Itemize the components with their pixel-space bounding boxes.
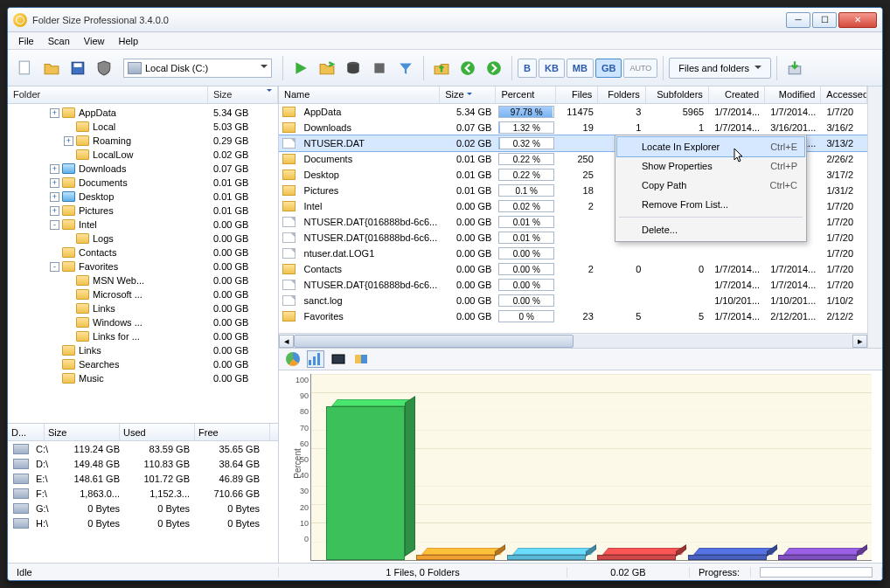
drives-col-size[interactable]: Size — [45, 424, 120, 440]
tree-item[interactable]: MSN Web...0.00 GB — [8, 273, 278, 287]
chart-bar[interactable] — [507, 555, 586, 560]
detail-row[interactable]: AppData5.34 GB97.78 %11475359651/7/2014.… — [279, 104, 867, 120]
menu-file[interactable]: File — [11, 34, 41, 48]
tree-expander[interactable]: - — [50, 220, 59, 230]
export-button[interactable] — [782, 56, 807, 80]
tree-item[interactable]: -Intel0.00 GB — [8, 218, 278, 232]
scrollbar-thumb[interactable] — [294, 335, 574, 348]
detail-row[interactable]: Contacts0.00 GB0.00 %2001/7/2014...1/7/2… — [279, 261, 867, 277]
tree-item[interactable]: +Desktop0.01 GB — [8, 190, 278, 204]
minimize-button[interactable]: ─ — [786, 12, 810, 28]
tree-expander[interactable]: + — [50, 164, 59, 174]
scroll-left-button[interactable]: ◂ — [279, 335, 294, 348]
tree-item[interactable]: Microsoft ...0.00 GB — [8, 287, 278, 301]
drives-list[interactable]: C:\119.24 GB83.59 GB35.65 GBD:\149.48 GB… — [8, 441, 278, 563]
drive-row[interactable]: C:\119.24 GB83.59 GB35.65 GB — [8, 441, 278, 456]
drives-col-used[interactable]: Used — [120, 424, 195, 440]
detail-row[interactable]: ntuser.dat.LOG10.00 GB0.00 %1/7/20 — [279, 246, 867, 261]
detail-row[interactable]: sanct.log0.00 GB0.00 %1/10/201...1/10/20… — [279, 293, 867, 308]
new-scan-button[interactable] — [13, 56, 38, 80]
filter-button[interactable] — [393, 56, 418, 80]
tree-item[interactable]: Searches0.00 GB — [8, 357, 278, 371]
chart-options-button[interactable] — [352, 350, 370, 368]
size-unit-auto[interactable]: AUTO — [623, 59, 657, 78]
maximize-button[interactable]: ☐ — [812, 12, 837, 28]
shield-button[interactable] — [92, 56, 116, 80]
chart-bar[interactable] — [597, 555, 676, 560]
save-button[interactable] — [66, 56, 90, 80]
chart-pie-button[interactable] — [284, 350, 302, 368]
chart-bar[interactable] — [688, 555, 767, 560]
chart-bar[interactable] — [778, 555, 857, 560]
tree-item[interactable]: Windows ...0.00 GB — [8, 315, 278, 329]
detail-col-created[interactable]: Created — [709, 86, 765, 103]
tree-item[interactable]: -Favorites0.00 GB — [8, 259, 278, 273]
tree-expander[interactable]: + — [64, 136, 73, 146]
size-unit-mb[interactable]: MB — [567, 59, 594, 78]
stop-button[interactable] — [367, 56, 392, 80]
detail-col-folders[interactable]: Folders — [598, 86, 646, 103]
size-unit-kb[interactable]: KB — [539, 59, 565, 78]
drive-row[interactable]: H:\0 Bytes0 Bytes0 Bytes — [8, 515, 278, 530]
open-button[interactable] — [39, 56, 64, 80]
tree-expander[interactable]: + — [50, 206, 59, 216]
tree-item[interactable]: +AppData5.34 GB — [8, 106, 278, 120]
menu-item[interactable]: Show PropertiesCtrl+P — [617, 156, 804, 176]
detail-row[interactable]: Favorites0.00 GB0 %23551/7/2014...2/12/2… — [279, 308, 867, 324]
chart-bar-button[interactable] — [307, 350, 324, 368]
tree-item[interactable]: Music0.00 GB — [8, 371, 278, 385]
tree-item[interactable]: Contacts0.00 GB — [8, 246, 278, 259]
tree-expander[interactable]: - — [50, 262, 59, 272]
detail-col-files[interactable]: Files — [556, 86, 599, 103]
tree-item[interactable]: Local5.03 GB — [8, 120, 278, 134]
play-button[interactable] — [289, 56, 313, 80]
forward-button[interactable] — [482, 56, 506, 80]
detail-col-subfolders[interactable]: Subfolders — [646, 86, 709, 103]
chart-bar[interactable] — [326, 406, 405, 560]
folder-tree[interactable]: +AppData5.34 GBLocal5.03 GB+Roaming0.29 … — [8, 104, 278, 423]
tree-item[interactable]: +Downloads0.07 GB — [8, 162, 278, 176]
chart-view-button[interactable] — [330, 350, 347, 368]
detail-col-percent[interactable]: Percent — [496, 86, 555, 103]
close-button[interactable]: ✕ — [838, 12, 877, 28]
detail-col-name[interactable]: Name — [279, 86, 440, 103]
menu-item[interactable]: Copy PathCtrl+C — [617, 176, 804, 195]
tree-item[interactable]: Links0.00 GB — [8, 343, 278, 357]
tree-item[interactable]: +Documents0.01 GB — [8, 176, 278, 190]
detail-col-accessed[interactable]: Accessed — [821, 86, 867, 103]
tree-item[interactable]: +Pictures0.01 GB — [8, 204, 278, 218]
drive-row[interactable]: G:\0 Bytes0 Bytes0 Bytes — [8, 501, 278, 515]
tree-col-folder[interactable]: Folder — [8, 86, 208, 103]
scan-folder-button[interactable] — [315, 56, 339, 80]
drives-col-free[interactable]: Free — [195, 424, 270, 440]
filter-dropdown[interactable]: Files and folders — [669, 58, 771, 79]
tree-item[interactable]: Links for ...0.00 GB — [8, 329, 278, 343]
tree-expander[interactable]: + — [50, 178, 59, 188]
chart-bar[interactable] — [416, 555, 495, 560]
tree-item[interactable]: LocalLow0.02 GB — [8, 148, 278, 162]
tree-item[interactable]: Logs0.00 GB — [8, 232, 278, 246]
tree-expander[interactable]: + — [50, 108, 59, 118]
scroll-right-button[interactable]: ▸ — [852, 335, 867, 348]
menu-scan[interactable]: Scan — [41, 34, 77, 48]
detail-row[interactable]: Downloads0.07 GB1.32 %19111/7/2014...3/1… — [279, 120, 867, 135]
drive-row[interactable]: D:\149.48 GB110.83 GB38.64 GB — [8, 456, 278, 471]
size-unit-gb[interactable]: GB — [595, 59, 622, 78]
horizontal-scrollbar[interactable]: ◂ ▸ — [279, 333, 867, 348]
tree-item[interactable]: Links0.00 GB — [8, 301, 278, 315]
menu-view[interactable]: View — [77, 34, 112, 48]
vertical-scrollbar[interactable] — [867, 86, 882, 348]
scan-drive-button[interactable] — [341, 56, 365, 80]
size-unit-b[interactable]: B — [518, 59, 537, 78]
tree-item[interactable]: +Roaming0.29 GB — [8, 134, 278, 148]
drive-row[interactable]: F:\1,863.0...1,152.3...710.66 GB — [8, 486, 278, 501]
menu-item[interactable]: Remove From List... — [617, 195, 804, 214]
drive-select[interactable]: Local Disk (C:) — [123, 59, 272, 78]
back-button[interactable] — [455, 56, 480, 80]
menu-item[interactable]: Locate In ExplorerCtrl+E — [617, 137, 804, 156]
drive-row[interactable]: E:\148.61 GB101.72 GB46.89 GB — [8, 471, 278, 486]
menu-help[interactable]: Help — [111, 34, 145, 48]
detail-col-size[interactable]: Size — [440, 86, 496, 103]
drives-col-drive[interactable]: D... — [8, 424, 45, 440]
menu-item[interactable]: Delete... — [617, 220, 804, 239]
